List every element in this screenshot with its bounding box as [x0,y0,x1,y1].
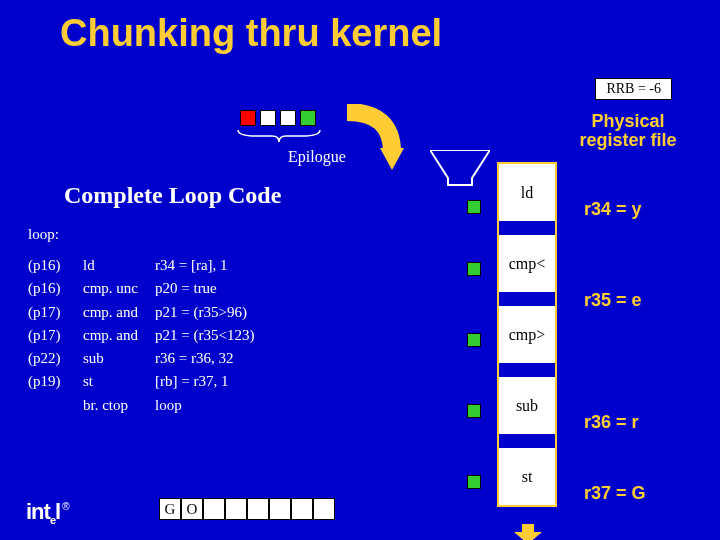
legend-square-green [300,110,316,126]
flow-arrow-icon [342,104,402,179]
buffer-cell [247,498,269,520]
code-row: (p17)cmp. andp21 = (r35>96) [28,301,254,324]
buffer-cell: G [159,498,181,520]
stage-box: sub [499,377,555,434]
code-row: (p22)subr36 = r36, 32 [28,347,254,370]
buffer-cell [203,498,225,520]
intel-logo: intel® [26,499,69,526]
svg-marker-1 [430,150,490,185]
epilogue-brace [238,128,320,142]
buffer-cell [313,498,335,520]
stage-box: ld [499,164,555,221]
loop-label: loop: [28,226,59,243]
code-row: (p16)ldr34 = [ra], 1 [28,254,254,277]
buffer-cell [269,498,291,520]
legend-square-white [260,110,276,126]
prf-title-line2: register file [579,130,676,150]
buffer-cell [291,498,313,520]
code-subtitle: Complete Loop Code [64,182,281,209]
buffer-cell: O [181,498,203,520]
token-square-green [467,262,481,276]
legend-square-red [240,110,256,126]
svg-rect-2 [522,524,534,532]
reg-label: r35 = e [584,290,642,311]
svg-marker-0 [380,148,404,170]
prf-title-line1: Physical [591,111,664,131]
stage-box: cmp> [499,306,555,363]
token-square-green [467,404,481,418]
output-arrow-icon [514,524,542,540]
stage-color-legend [240,110,316,126]
output-buffer-row: G O [159,498,335,520]
slide-title: Chunking thru kernel [60,12,442,55]
legend-square-white [280,110,296,126]
code-row: br. ctoploop [28,394,254,417]
rrb-value-box: RRB = -6 [595,78,672,100]
token-square-green [467,200,481,214]
code-row: (p16)cmp. uncp20 = true [28,277,254,300]
buffer-cell [225,498,247,520]
svg-marker-3 [514,532,542,540]
code-row: (p19)st[rb] = r37, 1 [28,370,254,393]
token-square-green [467,475,481,489]
reg-label: r37 = G [584,483,646,504]
funnel-icon [430,150,490,192]
reg-label: r34 = y [584,199,642,220]
prf-title: Physical register file [548,112,708,150]
epilogue-label: Epilogue [288,148,346,166]
prf-pipeline: ld cmp< cmp> sub st [497,162,557,507]
code-block: (p16)ldr34 = [ra], 1 (p16)cmp. uncp20 = … [28,254,254,417]
code-row: (p17)cmp. andp21 = (r35<123) [28,324,254,347]
reg-label: r36 = r [584,412,639,433]
stage-box: cmp< [499,235,555,292]
token-square-green [467,333,481,347]
stage-box: st [499,448,555,505]
